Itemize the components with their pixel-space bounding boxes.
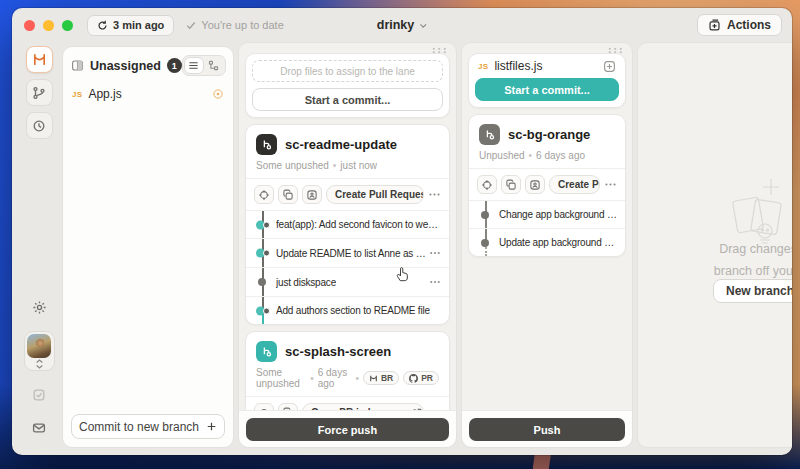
commit-message: Update README to list Anne as primar...	[276, 248, 429, 259]
sync-button[interactable]: 3 min ago	[87, 15, 174, 36]
commit-state-icon	[256, 306, 270, 315]
lane1-start-commit-button[interactable]: Start a commit...	[252, 88, 443, 111]
drag-hint-text: Drag changes branch off your	[714, 239, 792, 283]
check-icon	[186, 20, 196, 30]
pr-button-label: Create Pull Request	[335, 189, 424, 200]
new-branch-button[interactable]: New branch	[713, 279, 792, 303]
list-view-button[interactable]	[184, 57, 204, 74]
empty-lane[interactable]: Drag changes branch off your New branch	[637, 42, 792, 448]
desktop-wallpaper: 3 min ago You're up to date drinky	[0, 0, 800, 469]
unassigned-count-badge: 1	[167, 58, 182, 73]
commit-row[interactable]: Update app background color t...	[469, 228, 625, 256]
review-icon[interactable]	[302, 185, 322, 204]
updown-chevrons-icon	[35, 359, 44, 369]
copy-icon[interactable]	[501, 175, 521, 194]
target-icon[interactable]	[254, 185, 274, 204]
commit-message: Update app background color t...	[499, 237, 617, 248]
force-push-button[interactable]: Force push	[246, 418, 449, 441]
commit-row[interactable]: Update README to list Anne as primar...	[246, 238, 449, 267]
branch-toolbar: Create Pull Req...	[469, 168, 625, 200]
mail-icon	[32, 421, 46, 435]
js-file-icon: JS	[478, 62, 488, 71]
commit-menu-button[interactable]	[429, 247, 441, 259]
lane2-start-commit-button[interactable]: Start a commit...	[475, 78, 619, 101]
butler-icon	[32, 52, 47, 67]
branch-badge-icon	[256, 341, 277, 362]
create-pull-request-button[interactable]: Create Pull Request	[326, 185, 424, 204]
avatar	[27, 334, 51, 358]
br-badge-label: BR	[381, 373, 393, 383]
dropzone-label: Drop files to assign to the lane	[280, 66, 415, 77]
commit-message: Add authors section to README file	[276, 305, 430, 316]
commit-row[interactable]: feat(app): Add second favicon to web con…	[246, 210, 449, 238]
file-row-appjs[interactable]: JS App.js	[63, 82, 233, 106]
commit-message: Change app background color t...	[499, 209, 617, 220]
push-button[interactable]: Push	[469, 418, 625, 441]
commit-state-icon	[258, 278, 266, 286]
branch-card-sc-readme-update: sc-readme-update Some unpushed just now	[245, 124, 450, 325]
branch-badge-icon	[256, 134, 277, 155]
commit-state-icon	[256, 220, 270, 229]
branch-time: 6 days ago	[536, 150, 585, 161]
branch-menu-button[interactable]	[604, 178, 617, 191]
plus-icon	[206, 421, 217, 432]
minimize-window-button[interactable]	[43, 20, 54, 31]
workspace-button[interactable]	[26, 46, 53, 73]
sidebar-rail	[19, 46, 59, 447]
tree-view-button[interactable]	[204, 57, 224, 74]
assign-plus-icon[interactable]	[603, 60, 616, 73]
feedback-button[interactable]	[26, 414, 53, 441]
review-icon[interactable]	[525, 175, 545, 194]
target-icon[interactable]	[477, 175, 497, 194]
branch-time: 6 days ago	[318, 367, 352, 389]
commit-to-new-branch-button[interactable]: Commit to new branch	[71, 414, 225, 439]
branch-review-badge[interactable]: BR	[363, 371, 399, 385]
fullscreen-window-button[interactable]	[62, 20, 73, 31]
commit-row[interactable]: Change app background color t...	[469, 200, 625, 228]
modified-status-icon	[212, 88, 224, 100]
actions-button[interactable]: Actions	[697, 14, 782, 36]
sync-icon	[97, 20, 108, 31]
close-window-button[interactable]	[24, 20, 35, 31]
split-view-icon	[71, 59, 84, 72]
branch-header[interactable]: sc-readme-update Some unpushed just now	[246, 125, 449, 178]
branches-button[interactable]	[26, 79, 53, 106]
lane1-dropzone[interactable]: Drop files to assign to the lane	[252, 60, 443, 82]
commit-message: just diskspace	[276, 277, 336, 288]
updates-button[interactable]	[26, 381, 53, 408]
branch-header[interactable]: sc-bg-orange Unpushed 6 days ago	[469, 115, 625, 168]
copy-icon[interactable]	[278, 185, 298, 204]
branch-menu-button[interactable]	[428, 188, 441, 201]
commit-list: feat(app): Add second favicon to web con…	[246, 210, 449, 324]
file-row-listfilesjs[interactable]: JS listfiles.js	[469, 54, 625, 78]
commit-state-icon	[256, 249, 270, 258]
pr-badge-label: PR	[421, 373, 433, 383]
commit-list: Change app background color t... Update …	[469, 200, 625, 256]
view-toggle	[182, 55, 226, 76]
create-pull-request-button[interactable]: Create Pull Req...	[549, 175, 600, 194]
titlebar: 3 min ago You're up to date drinky	[12, 8, 792, 42]
app-window: 3 min ago You're up to date drinky	[12, 8, 792, 455]
file-name: listfiles.js	[494, 59, 542, 73]
branch-time: just now	[340, 160, 377, 171]
profile-switcher[interactable]	[24, 331, 55, 371]
commit-menu-button[interactable]	[429, 276, 441, 288]
lane-2: JS listfiles.js Start a commit...	[461, 42, 633, 448]
branch-header[interactable]: sc-splash-screen Some unpushed 6 days ag…	[246, 332, 449, 396]
commit-row[interactable]: just diskspace	[246, 267, 449, 296]
branch-pr-badge[interactable]: PR	[403, 371, 439, 385]
project-name: drinky	[377, 18, 415, 32]
branch-name: sc-bg-orange	[508, 127, 590, 142]
branch-badge-icon	[479, 124, 500, 145]
start-commit-label: Start a commit...	[305, 94, 391, 106]
plus-box-icon	[708, 19, 721, 32]
project-selector[interactable]: drinky	[377, 18, 428, 32]
history-button[interactable]	[26, 112, 53, 139]
commit-message: feat(app): Add second favicon to web con…	[276, 219, 441, 230]
branch-card-sc-bg-orange: sc-bg-orange Unpushed 6 days ago	[468, 114, 626, 257]
pr-button-label: Create Pull Req...	[558, 179, 600, 190]
commit-row[interactable]: Add authors section to README file	[246, 296, 449, 324]
settings-button[interactable]	[26, 294, 53, 321]
unassigned-panel: Unassigned 1 JS App.js	[62, 46, 234, 448]
commit-state-icon	[481, 239, 489, 247]
